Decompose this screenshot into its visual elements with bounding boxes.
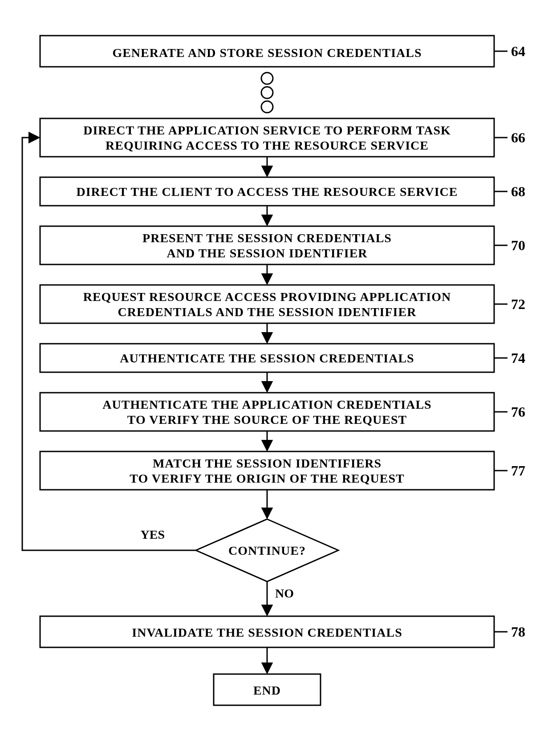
step-direct-app-service: DIRECT THE APPLICATION SERVICE TO PERFOR…	[40, 118, 525, 157]
step-label: DIRECT THE CLIENT TO ACCESS THE RESOURCE…	[77, 185, 458, 199]
edge-no: NO	[267, 581, 294, 614]
decision-label: CONTINUE?	[228, 544, 306, 557]
step-label-line1: PRESENT THE SESSION CREDENTIALS	[142, 231, 392, 245]
ref-label: 70	[511, 237, 525, 253]
ref-label: 66	[511, 130, 525, 146]
svg-point-4	[261, 101, 273, 113]
decision-continue: CONTINUE?	[196, 519, 338, 581]
step-label: INVALIDATE THE SESSION CREDENTIALS	[132, 626, 402, 639]
step-label: AUTHENTICATE THE SESSION CREDENTIALS	[120, 351, 414, 365]
ref-label: 64	[511, 43, 525, 59]
yes-label: YES	[141, 528, 165, 541]
flowchart: GENERATE AND STORE SESSION CREDENTIALS 6…	[0, 0, 552, 756]
svg-point-2	[261, 73, 273, 84]
step-label-line2: TO VERIFY THE ORIGIN OF THE REQUEST	[130, 471, 404, 485]
step-direct-client: DIRECT THE CLIENT TO ACCESS THE RESOURCE…	[40, 177, 525, 206]
ref-label: 68	[511, 183, 525, 199]
ref-label: 78	[511, 624, 525, 640]
step-label-line1: MATCH THE SESSION IDENTIFIERS	[153, 456, 382, 470]
step-authenticate-session-credentials: AUTHENTICATE THE SESSION CREDENTIALS 74	[40, 344, 525, 372]
no-label: NO	[275, 586, 294, 600]
step-label: GENERATE AND STORE SESSION CREDENTIALS	[112, 46, 422, 60]
step-label-line2: REQUIRING ACCESS TO THE RESOURCE SERVICE	[106, 138, 429, 152]
step-invalidate-session-credentials: INVALIDATE THE SESSION CREDENTIALS 78	[40, 616, 525, 647]
step-label-line2: TO VERIFY THE SOURCE OF THE REQUEST	[127, 413, 407, 427]
ellipsis-icon	[261, 73, 273, 113]
ref-label: 76	[511, 404, 525, 420]
ref-label: 74	[511, 350, 525, 366]
step-end: END	[214, 674, 321, 705]
step-label-line1: REQUEST RESOURCE ACCESS PROVIDING APPLIC…	[83, 290, 451, 304]
step-request-resource-access: REQUEST RESOURCE ACCESS PROVIDING APPLIC…	[40, 285, 525, 323]
step-match-session-identifiers: MATCH THE SESSION IDENTIFIERS TO VERIFY …	[40, 451, 525, 490]
step-authenticate-app-credentials: AUTHENTICATE THE APPLICATION CREDENTIALS…	[40, 393, 525, 431]
step-label-line1: DIRECT THE APPLICATION SERVICE TO PERFOR…	[83, 123, 451, 137]
step-present-session-credentials: PRESENT THE SESSION CREDENTIALS AND THE …	[40, 226, 525, 264]
step-generate-store-session-credentials: GENERATE AND STORE SESSION CREDENTIALS 6…	[40, 36, 525, 67]
svg-point-3	[261, 87, 273, 98]
step-label-line2: CREDENTIALS AND THE SESSION IDENTIFIER	[118, 305, 417, 319]
ref-label: 72	[511, 296, 525, 312]
end-label: END	[253, 683, 281, 697]
ref-label: 77	[511, 463, 525, 479]
step-label-line2: AND THE SESSION IDENTIFIER	[166, 246, 367, 260]
step-label-line1: AUTHENTICATE THE APPLICATION CREDENTIALS	[102, 398, 431, 411]
